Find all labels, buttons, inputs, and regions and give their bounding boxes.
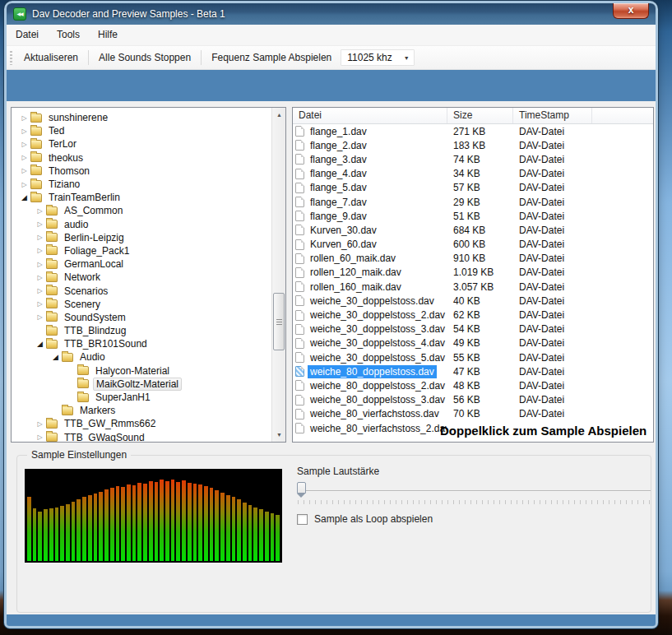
table-row[interactable]: rollen_120_maik.dav1.019 KBDAV-Datei — [293, 266, 653, 280]
loop-checkbox[interactable] — [297, 514, 308, 525]
tree-item[interactable]: ▷Foliage_Pack1 — [12, 244, 271, 257]
expander-icon[interactable]: ◢ — [34, 340, 46, 348]
column-header-TimeStamp[interactable]: TimeStamp — [513, 108, 592, 123]
folder-icon — [62, 406, 73, 415]
tree-item[interactable]: MaikGoltz-Material — [12, 378, 271, 391]
scroll-down-icon[interactable]: ▼ — [272, 429, 286, 441]
tree-item[interactable]: ▷audio — [12, 218, 271, 231]
expander-icon[interactable]: ▷ — [18, 167, 30, 174]
expander-icon[interactable]: ▷ — [18, 141, 30, 148]
tree-item-label: TTB_GWagSound — [62, 432, 147, 443]
expander-icon[interactable]: ▷ — [34, 247, 46, 254]
expander-icon[interactable]: ▷ — [34, 300, 46, 308]
menu-item-tools[interactable]: Tools — [48, 25, 89, 45]
title-bar[interactable]: ◀◀ Dav Decoder and Preview Samples - Bet… — [7, 3, 656, 25]
expander-icon[interactable]: ◢ — [18, 193, 30, 202]
tree-item[interactable]: ◢Audio — [12, 350, 271, 364]
spectrum-bar — [259, 509, 263, 561]
column-header-Datei[interactable]: Datei — [293, 108, 447, 123]
tree-item[interactable]: TTB_Blindzug — [12, 324, 271, 337]
tree-item[interactable]: ▷Scenarios — [12, 284, 271, 297]
tree-item[interactable]: ▷Scenery — [12, 298, 271, 311]
table-row[interactable]: flange_4.dav34 KBDAV-Datei — [293, 167, 653, 181]
expander-icon[interactable]: ▷ — [34, 274, 46, 281]
file-icon — [295, 380, 304, 391]
table-row[interactable]: flange_9.dav51 KBDAV-Datei — [293, 209, 653, 223]
tree-item[interactable]: SuperJanH1 — [12, 391, 271, 404]
frequency-combobox[interactable]: 11025 khz▼ — [341, 49, 414, 66]
expander-icon[interactable]: ▷ — [18, 127, 30, 135]
table-row[interactable]: weiche_30_doppelstoss_4.dav49 KBDAV-Date… — [293, 336, 653, 350]
menu-item-datei[interactable]: Datei — [7, 25, 48, 45]
toolbar-grip-icon[interactable] — [10, 51, 12, 65]
column-header-Size[interactable]: Size — [447, 108, 513, 123]
volume-slider-track[interactable] — [297, 490, 651, 492]
toolbar-button-2[interactable]: Alle Sounds Stoppen — [91, 49, 198, 67]
tree-item[interactable]: ▷AS_Common — [12, 204, 271, 217]
tree-item[interactable]: ▷Tiziano — [12, 178, 271, 191]
scrollbar-thumb[interactable] — [273, 293, 285, 350]
expander-icon[interactable]: ▷ — [34, 207, 46, 215]
file-timestamp: DAV-Datei — [513, 281, 592, 293]
table-row[interactable]: weiche_30_doppelstoss_2.dav62 KBDAV-Date… — [293, 308, 653, 322]
table-row[interactable]: rollen_60_maik.dav910 KBDAV-Datei — [293, 252, 653, 266]
tree-item[interactable]: ▷Ted — [12, 124, 271, 137]
scroll-up-icon[interactable]: ▲ — [272, 109, 286, 121]
footer-banner — [7, 614, 656, 626]
toolbar-button-1[interactable]: Aktualiseren — [16, 49, 86, 67]
expander-icon[interactable]: ▷ — [18, 114, 30, 122]
volume-slider-thumb[interactable] — [297, 482, 306, 494]
table-row[interactable]: Kurven_30.dav684 KBDAV-Datei — [293, 223, 653, 237]
expander-icon[interactable]: ▷ — [34, 420, 46, 428]
expander-icon[interactable]: ▷ — [34, 287, 46, 294]
expander-icon[interactable]: ▷ — [34, 234, 46, 241]
tree-item-label: AS_Common — [62, 205, 125, 216]
expander-icon[interactable]: ▷ — [34, 261, 46, 268]
table-row[interactable]: weiche_80_vierfachstoss.dav70 KBDAV-Date… — [293, 407, 653, 421]
table-row[interactable]: weiche_30_doppelstoss_3.dav54 KBDAV-Date… — [293, 322, 653, 336]
tree-item[interactable]: ◢TrainTeamBerlin — [12, 191, 271, 204]
tree-item[interactable]: ▷TTB_GWagSound — [12, 431, 271, 443]
expander-icon[interactable]: ◢ — [49, 353, 62, 361]
table-row[interactable]: weiche_30_doppelstoss.dav40 KBDAV-Datei — [293, 294, 653, 308]
combo-dropdown-icon[interactable]: ▼ — [404, 55, 410, 61]
tree-item[interactable]: ▷theokus — [12, 151, 271, 165]
table-row[interactable]: flange_2.dav183 KBDAV-Datei — [293, 138, 653, 152]
tree-item[interactable]: ▷sunshinerene — [12, 111, 271, 124]
tree-item[interactable]: Markers — [12, 404, 271, 417]
tree-item[interactable]: ▷SoundSystem — [12, 311, 271, 324]
table-row[interactable]: flange_3.dav74 KBDAV-Datei — [293, 152, 653, 166]
folder-icon — [46, 233, 58, 242]
table-row[interactable]: rollen_160_maik.dav3.057 KBDAV-Datei — [293, 280, 653, 294]
tree-item[interactable]: ▷GermanLocal — [12, 257, 271, 271]
toolbar-button-3[interactable]: Fequenz Sample Abspielen — [204, 49, 339, 67]
tree-item[interactable]: ◢TTB_BR101Sound — [12, 337, 271, 350]
table-row[interactable]: Kurven_60.dav600 KBDAV-Datei — [293, 238, 653, 252]
table-row[interactable]: weiche_80_doppelstoss_2.dav48 KBDAV-Date… — [293, 378, 653, 392]
table-row[interactable]: weiche_30_doppelstoss_5.dav55 KBDAV-Date… — [293, 350, 653, 364]
table-row[interactable]: flange_1.dav271 KBDAV-Datei — [293, 124, 653, 138]
expander-icon[interactable]: ▷ — [18, 154, 30, 161]
expander-icon[interactable]: ▷ — [34, 220, 46, 228]
file-icon — [295, 225, 304, 235]
tree-item[interactable]: ▷TTB_GW_Rmms662 — [12, 417, 271, 430]
table-row[interactable]: weiche_80_doppelstoss.dav47 KBDAV-Datei — [293, 364, 653, 378]
spectrum-bar — [99, 492, 103, 561]
tree-item[interactable]: ▷Berlin-Leipzig — [12, 231, 271, 244]
tree-item-label: TrainTeamBerlin — [46, 192, 123, 203]
tree-item[interactable]: Halycon-Material — [12, 364, 271, 378]
tree-item[interactable]: ▷Network — [12, 271, 271, 284]
expander-icon[interactable]: ▷ — [18, 181, 30, 188]
table-row[interactable]: flange_7.dav29 KBDAV-Datei — [293, 195, 653, 209]
tree-scrollbar[interactable]: ▲ ▼ — [271, 108, 285, 442]
tree-item[interactable]: ▷Thomson — [12, 165, 271, 178]
expander-icon[interactable]: ▷ — [34, 433, 46, 441]
table-row[interactable]: flange_5.dav57 KBDAV-Datei — [293, 181, 653, 195]
column-header-empty[interactable] — [592, 108, 653, 123]
spectrum-bar — [215, 490, 219, 561]
tree-item[interactable]: ▷TerLor — [12, 137, 271, 151]
expander-icon[interactable]: ▷ — [34, 313, 46, 321]
menu-item-hilfe[interactable]: Hilfe — [89, 25, 127, 45]
table-row[interactable]: weiche_80_doppelstoss_3.dav56 KBDAV-Date… — [293, 393, 653, 407]
close-button[interactable]: x — [613, 3, 649, 19]
